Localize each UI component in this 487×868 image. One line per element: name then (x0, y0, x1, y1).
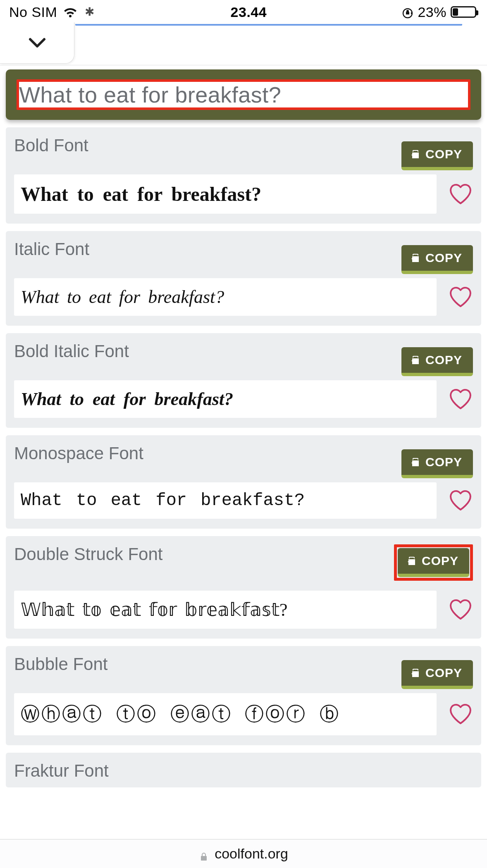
font-card: Monospace Font COPY What to eat for brea… (6, 435, 481, 529)
orientation-lock-icon (402, 6, 413, 18)
font-name-label: Italic Font (14, 239, 89, 259)
font-name-label: Monospace Font (14, 444, 143, 463)
loading-spinner-icon: ✱ (84, 6, 95, 18)
clock: 23.44 (231, 4, 267, 20)
font-output[interactable]: What to eat for breakfast? (14, 380, 437, 418)
favorite-button[interactable] (448, 182, 473, 207)
copy-label: COPY (425, 147, 462, 161)
battery-icon (451, 6, 476, 18)
status-bar: No SIM ✱ 23.44 23% (0, 0, 487, 24)
font-card: Italic Font COPY What to eat for breakfa… (6, 231, 481, 326)
font-output[interactable]: What to eat for breakfast? (14, 482, 437, 519)
font-output[interactable]: What to eat for breakfast? (14, 278, 437, 316)
clipboard-icon (410, 148, 421, 160)
status-right: 23% (402, 4, 476, 20)
font-name-label: Double Struck Font (14, 544, 163, 564)
copy-label: COPY (425, 353, 462, 367)
font-name-label: Fraktur Font (14, 761, 109, 781)
font-name-label: Bold Font (14, 136, 88, 155)
status-left: No SIM ✱ (9, 4, 95, 20)
copy-button[interactable]: COPY (401, 660, 473, 689)
tab-indicator (75, 24, 462, 26)
copy-button[interactable]: COPY (401, 245, 473, 274)
clipboard-icon (410, 354, 421, 366)
favorite-button[interactable] (448, 488, 473, 513)
clipboard-icon (410, 252, 421, 264)
font-card: Double Struck Font COPY 𝕎𝕙𝕒𝕥 𝕥𝕠 𝕖𝕒𝕥 𝕗𝕠𝕣 … (6, 536, 481, 639)
collapse-button[interactable] (0, 22, 74, 64)
font-name-label: Bold Italic Font (14, 341, 129, 361)
highlight-box: COPY (394, 544, 473, 581)
font-card: Bold Italic Font COPY What to eat for br… (6, 333, 481, 428)
font-card: Bubble Font COPY Ⓦⓗⓐⓣ ⓣⓞ ⓔⓐⓣ ⓕⓞⓡ ⓑ (6, 646, 481, 745)
font-name-label: Bubble Font (14, 654, 108, 674)
copy-button[interactable]: COPY (401, 449, 473, 478)
font-output[interactable]: Ⓦⓗⓐⓣ ⓣⓞ ⓔⓐⓣ ⓕⓞⓡ ⓑ (14, 693, 437, 735)
font-card-fraktur: Fraktur Font (6, 753, 481, 787)
battery-pct: 23% (418, 4, 446, 20)
wifi-icon (63, 6, 78, 18)
font-card: Bold Font COPY What to eat for breakfast… (6, 127, 481, 224)
copy-label: COPY (422, 554, 458, 568)
browser-chrome-row (0, 24, 487, 65)
copy-button[interactable]: COPY (398, 548, 469, 577)
url-bar[interactable]: coolfont.org (0, 839, 487, 868)
clipboard-icon (406, 555, 418, 567)
text-input[interactable] (19, 82, 468, 107)
copy-label: COPY (425, 251, 462, 265)
favorite-button[interactable] (448, 285, 473, 310)
favorite-button[interactable] (448, 702, 473, 727)
clipboard-icon (410, 456, 421, 468)
text-input-row (17, 79, 470, 110)
copy-button[interactable]: COPY (401, 347, 473, 376)
page-content: Bold Font COPY What to eat for breakfast… (0, 65, 487, 839)
favorite-button[interactable] (448, 597, 473, 622)
chevron-down-icon (26, 32, 48, 54)
url-text: coolfont.org (215, 846, 288, 862)
carrier-label: No SIM (9, 4, 57, 20)
favorite-button[interactable] (448, 387, 473, 412)
copy-label: COPY (425, 666, 462, 680)
font-output[interactable]: 𝕎𝕙𝕒𝕥 𝕥𝕠 𝕖𝕒𝕥 𝕗𝕠𝕣 𝕓𝕣𝕖𝕒𝕜𝕗𝕒𝕤𝕥? (14, 591, 437, 629)
font-output[interactable]: What to eat for breakfast? (14, 174, 437, 214)
copy-label: COPY (425, 455, 462, 469)
input-container (6, 69, 481, 120)
lock-icon (199, 849, 209, 859)
clipboard-icon (410, 667, 421, 679)
copy-button[interactable]: COPY (401, 141, 473, 170)
